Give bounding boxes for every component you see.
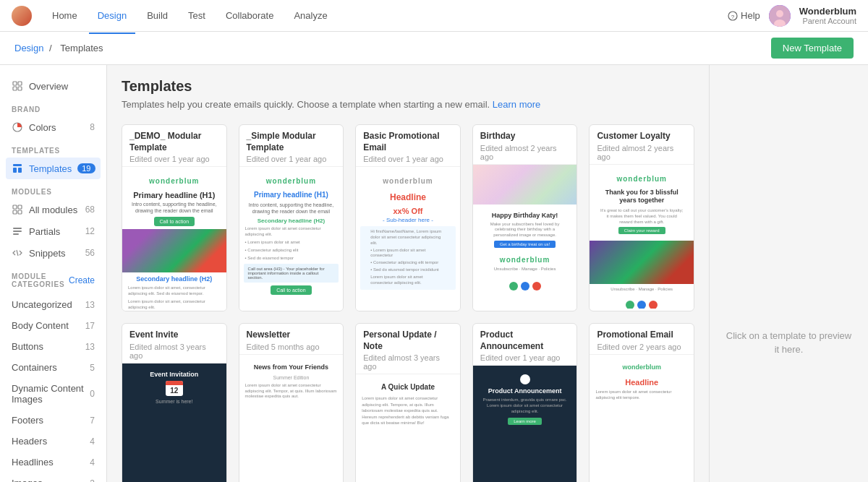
template-card-header: Birthday Edited almost 2 years ago: [473, 125, 577, 164]
template-card-header: Promotional Email Edited over 2 years ag…: [590, 324, 694, 354]
sidebar-item-containers[interactable]: Containers 5: [0, 357, 106, 378]
main-layout: Overview BRAND Colors 8 TEMPLATES Templa…: [0, 64, 868, 482]
template-name: Birthday: [480, 131, 570, 142]
sidebar-item-colors[interactable]: Colors 8: [0, 116, 106, 138]
uncategorized-count: 13: [85, 300, 95, 310]
sidebar-item-uncategorized[interactable]: Uncategorized 13: [0, 294, 106, 315]
template-preview: Event Invitation 12 Summer is here!: [122, 363, 226, 482]
sidebar-item-dynamic-content[interactable]: Dynamic Content Images 0: [0, 378, 106, 410]
preview-h2: Secondary headline (H2): [244, 218, 339, 224]
template-card-demo-modular[interactable]: _DEMO_ Modular Template Edited over 1 ye…: [122, 124, 227, 311]
sidebar-item-headlines[interactable]: Headlines 4: [0, 452, 106, 473]
create-category-link[interactable]: Create: [69, 275, 95, 285]
preview-image: [590, 241, 694, 284]
sidebar-item-footers[interactable]: Footers 7: [0, 410, 106, 431]
svg-line-20: [17, 250, 18, 256]
buttons-label: Buttons: [12, 341, 43, 352]
template-card-birthday[interactable]: Birthday Edited almost 2 years ago Happy…: [472, 124, 578, 311]
partials-count: 12: [85, 226, 95, 236]
nav-home[interactable]: Home: [43, 6, 86, 25]
sidebar-item-headers[interactable]: Headers 4: [0, 431, 106, 452]
preview-text: Praesent interdum, gravida quis ornare p…: [482, 397, 569, 414]
template-date: Edited almost 2 years ago: [597, 144, 686, 161]
preview-intro: Intro content, supporting the headline, …: [245, 202, 338, 215]
template-card-personal-update[interactable]: Personal Update / Note Edited almost 3 y…: [355, 323, 461, 482]
social-icon-3: [649, 301, 658, 308]
sidebar-item-partials[interactable]: Partials 12: [0, 220, 106, 242]
app-logo[interactable]: [12, 6, 32, 26]
preview-logo: wonderblum: [239, 171, 344, 188]
template-date: Edited almost 2 years ago: [480, 144, 570, 161]
help-icon: ?: [728, 11, 738, 21]
preview-footer: Unsubscribe · Manage · Policies: [600, 287, 684, 293]
help-label: Help: [741, 10, 760, 21]
social-icon-3: [532, 282, 541, 291]
preview-title: News from Your Friends: [244, 363, 339, 371]
template-card-newsletter[interactable]: Newsletter Edited 5 months ago News from…: [239, 323, 344, 482]
page-title: Templates: [122, 78, 694, 95]
preview-text2: • Lorem ipsum dolor sit amet: [245, 240, 338, 246]
breadcrumb-separator: /: [49, 43, 52, 53]
template-card-basic-promo[interactable]: Basic Promotional Email Edited over 1 ye…: [355, 124, 461, 311]
new-template-button[interactable]: New Template: [771, 38, 854, 59]
page-description: Templates help you create emails quickly…: [122, 99, 694, 110]
svg-text:?: ?: [731, 14, 735, 20]
preview-para5: Lorem ipsum dolor sit amet consectetur a…: [370, 275, 446, 286]
template-date: Edited almost 3 years ago: [363, 353, 453, 371]
sidebar-item-templates[interactable]: Templates 19: [6, 158, 101, 179]
sidebar: Overview BRAND Colors 8 TEMPLATES Templa…: [0, 64, 107, 482]
sidebar-item-all-modules[interactable]: All modules 68: [0, 199, 106, 220]
nav-analyze[interactable]: Analyze: [285, 6, 336, 25]
template-name: Promotional Email: [597, 330, 686, 341]
containers-label: Containers: [12, 362, 57, 373]
footers-count: 7: [90, 416, 95, 426]
learn-more-link[interactable]: Learn more: [493, 99, 540, 110]
template-date: Edited 5 months ago: [247, 343, 336, 351]
sidebar-item-images[interactable]: Images 3: [0, 473, 106, 482]
template-name: Basic Promotional Email: [363, 131, 453, 153]
sidebar-item-buttons[interactable]: Buttons 13: [0, 336, 106, 357]
sidebar-item-overview[interactable]: Overview: [0, 75, 106, 97]
template-name: Customer Loyalty: [597, 131, 686, 142]
avatar[interactable]: [769, 5, 791, 27]
help-button[interactable]: ? Help: [728, 10, 760, 21]
preview-callout: Call out area (H3) - Your placeholder fo…: [244, 264, 339, 283]
template-date: Edited over 2 years ago: [597, 343, 686, 351]
dynamic-content-label: Dynamic Content Images: [12, 383, 84, 405]
dynamic-content-count: 0: [90, 389, 95, 399]
social-icon-1: [626, 301, 634, 308]
template-card-simple-modular[interactable]: _Simple Modular Template Edited over 1 y…: [239, 124, 344, 311]
template-name: Product Announcement: [480, 330, 570, 352]
nav-collaborate[interactable]: Collaborate: [217, 6, 283, 25]
preview-btn: Learn more: [508, 418, 542, 425]
buttons-count: 13: [85, 342, 95, 352]
nav-test[interactable]: Test: [179, 6, 214, 25]
preview-text: Lorem ipsum dolor sit amet consectetur a…: [245, 226, 338, 238]
preview-social: [473, 279, 577, 293]
template-card-product-announcement[interactable]: Product Announcement Edited over 1 year …: [472, 323, 578, 482]
template-name: _Simple Modular Template: [247, 131, 336, 153]
template-card-promotional-email[interactable]: Promotional Email Edited over 2 years ag…: [589, 323, 694, 482]
preview-image: [473, 165, 577, 205]
nav-design[interactable]: Design: [89, 6, 135, 25]
breadcrumb-current: Templates: [60, 43, 103, 53]
preview-h: Happy Birthday Katy!: [482, 212, 569, 219]
template-card-customer-loyalty[interactable]: Customer Loyalty Edited almost 2 years a…: [589, 124, 694, 311]
preview-cta: Call to action: [271, 285, 311, 295]
preview-text3: • Consectetur adipiscing elit: [245, 248, 338, 254]
template-preview: wonderblum Primary headline (H1) Intro c…: [122, 166, 226, 311]
preview-subhead: - Sub-header here -: [360, 217, 456, 223]
nav-build[interactable]: Build: [138, 6, 176, 25]
sidebar-item-snippets[interactable]: Snippets 56: [0, 242, 106, 264]
user-name: Wonderblum: [799, 6, 856, 17]
svg-rect-19: [13, 233, 19, 235]
svg-rect-13: [13, 205, 17, 209]
preview-h2: Secondary headline (H2): [127, 275, 222, 283]
svg-rect-8: [18, 87, 22, 90]
template-card-event-invite[interactable]: Event Invite Edited almost 3 years ago E…: [122, 323, 227, 482]
breadcrumb-parent[interactable]: Design: [14, 43, 43, 53]
sidebar-item-body-content[interactable]: Body Content 17: [0, 315, 106, 336]
images-label: Images: [12, 478, 43, 482]
nav-right: ? Help Wonderblum Parent Account: [728, 5, 856, 27]
preview-placeholder: Click on a template to preview it here.: [724, 329, 854, 357]
